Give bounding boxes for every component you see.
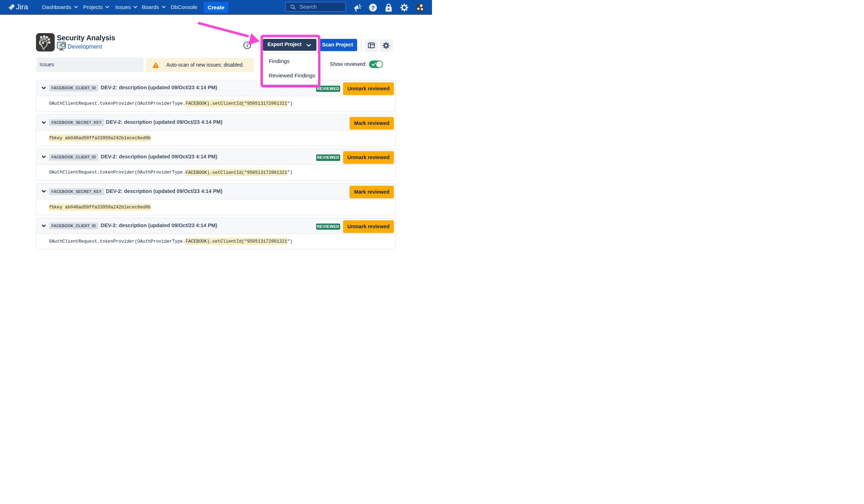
svg-text:✱: ✱ <box>417 7 420 11</box>
svg-text:?: ? <box>371 4 374 10</box>
svg-text:✱: ✱ <box>420 7 423 11</box>
